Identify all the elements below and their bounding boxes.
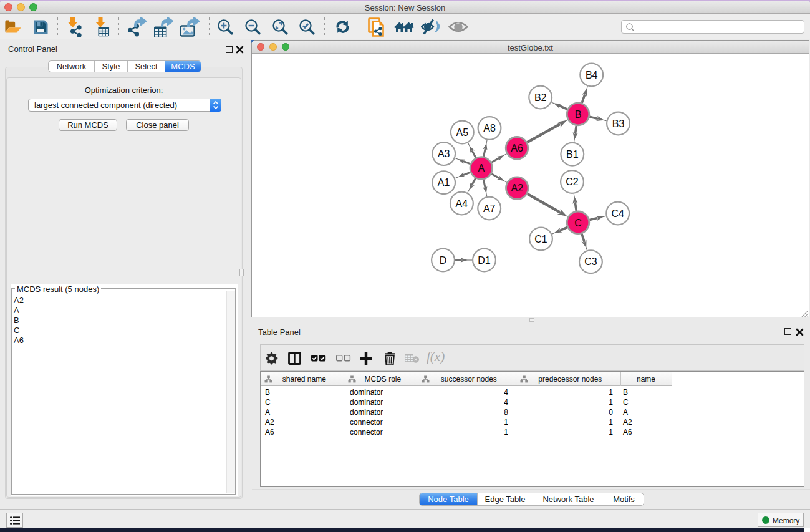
svg-text:A4: A4	[456, 198, 468, 209]
svg-text:A5: A5	[456, 127, 469, 138]
svg-text:C2: C2	[566, 177, 579, 187]
svg-text:A2: A2	[511, 183, 524, 193]
svg-text:A6: A6	[511, 143, 523, 153]
svg-text:B3: B3	[612, 118, 625, 129]
svg-text:A8: A8	[483, 123, 496, 133]
svg-text:B2: B2	[534, 92, 547, 103]
svg-text:A7: A7	[483, 203, 496, 214]
svg-text:A3: A3	[438, 148, 450, 159]
svg-text:B1: B1	[566, 149, 579, 160]
svg-text:A: A	[478, 163, 485, 173]
svg-text:C: C	[574, 218, 582, 228]
svg-text:A1: A1	[438, 177, 450, 188]
svg-text:C1: C1	[534, 234, 547, 244]
svg-text:D1: D1	[478, 255, 491, 266]
svg-text:B4: B4	[586, 70, 598, 80]
svg-text:C3: C3	[584, 256, 597, 267]
svg-text:B: B	[575, 109, 582, 120]
svg-text:D: D	[440, 255, 447, 266]
svg-text:C4: C4	[611, 208, 624, 219]
